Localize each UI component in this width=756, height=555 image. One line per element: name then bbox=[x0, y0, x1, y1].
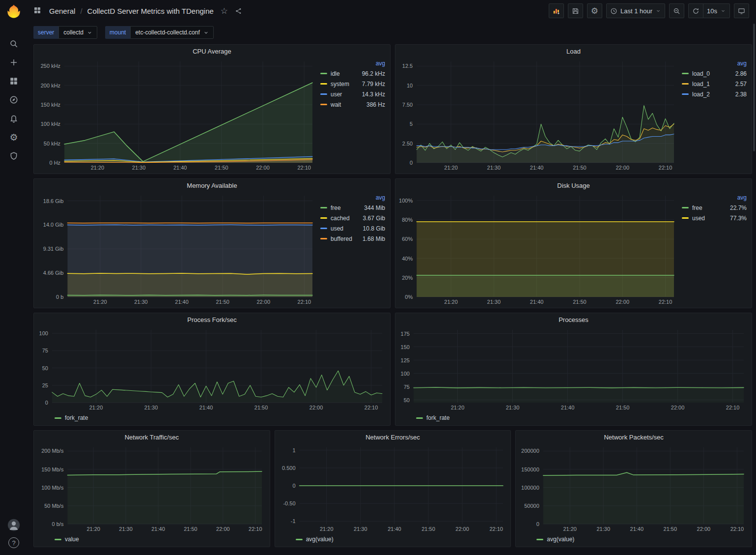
server-admin-shield-icon[interactable] bbox=[3, 148, 25, 164]
svg-text:21:30: 21:30 bbox=[506, 405, 520, 410]
create-plus-icon[interactable] bbox=[3, 55, 25, 70]
legend-item-avg(value)[interactable]: avg(value) bbox=[296, 535, 334, 544]
tv-mode-button[interactable] bbox=[734, 3, 749, 18]
refresh-interval-dropdown[interactable]: 10s bbox=[703, 3, 730, 18]
dashboard-settings-button[interactable]: ⚙ bbox=[587, 3, 602, 18]
series-color-dash bbox=[320, 93, 327, 95]
panel-title[interactable]: Load bbox=[395, 45, 752, 58]
series-name: wait bbox=[331, 101, 341, 108]
legend-item-load_2[interactable]: load_22.38 bbox=[682, 89, 747, 99]
svg-text:0 b: 0 b bbox=[56, 294, 63, 300]
legend-item-avg(value)[interactable]: avg(value) bbox=[536, 535, 574, 544]
load-chart[interactable]: 21:2021:3021:4021:5022:0022:1002.5057.50… bbox=[397, 58, 679, 173]
svg-text:21:30: 21:30 bbox=[134, 299, 148, 305]
search-icon[interactable] bbox=[3, 36, 25, 52]
share-icon[interactable] bbox=[235, 7, 242, 15]
svg-text:21:40: 21:40 bbox=[630, 526, 644, 532]
svg-text:1: 1 bbox=[292, 447, 295, 453]
memory-available-chart[interactable]: 21:2021:3021:4021:5022:0022:100 b4.66 Gi… bbox=[36, 192, 317, 307]
panel-title[interactable]: Network Traffic/sec bbox=[34, 431, 270, 443]
legend-item-free[interactable]: free344 Mib bbox=[320, 203, 385, 213]
legend-item-value[interactable]: value bbox=[55, 535, 79, 544]
legend-item-system[interactable]: system7.79 kHz bbox=[320, 79, 385, 89]
network-traffic-legend: value bbox=[34, 535, 270, 547]
user-avatar[interactable] bbox=[7, 519, 20, 531]
legend-item-wait[interactable]: wait386 Hz bbox=[320, 99, 385, 110]
legend-item-buffered[interactable]: buffered1.68 Mib bbox=[320, 234, 385, 244]
svg-text:22:00: 22:00 bbox=[697, 526, 711, 532]
process-fork-chart[interactable]: 21:2021:3021:4021:5022:0022:100255075100 bbox=[36, 326, 387, 412]
svg-text:21:40: 21:40 bbox=[199, 405, 213, 410]
disk-usage-chart[interactable]: 21:2021:3021:4021:5022:0022:100%20%40%60… bbox=[397, 192, 679, 307]
legend-avg-header[interactable]: avg bbox=[320, 193, 385, 203]
svg-text:21:50: 21:50 bbox=[215, 165, 228, 171]
time-range-picker[interactable]: Last 1 hour bbox=[606, 3, 665, 18]
zoom-out-button[interactable] bbox=[669, 3, 684, 18]
add-panel-button[interactable] bbox=[549, 3, 564, 18]
legend-item-load_0[interactable]: load_02.86 bbox=[682, 68, 747, 79]
svg-text:22:10: 22:10 bbox=[730, 526, 744, 532]
panel-disk-usage: Disk Usage 21:2021:3021:4021:5022:0022:1… bbox=[395, 178, 752, 308]
svg-text:21:40: 21:40 bbox=[175, 299, 189, 305]
network-packets-chart[interactable]: 21:2021:3021:4021:5022:0022:100500001000… bbox=[518, 443, 749, 534]
chevron-down-icon bbox=[720, 8, 726, 14]
save-dashboard-button[interactable] bbox=[568, 3, 583, 18]
refresh-button-group: 10s bbox=[688, 3, 730, 18]
dashboard-title[interactable]: CollectD Server Metrics with TDengine bbox=[87, 7, 214, 15]
variables-submenu: server collectd mount etc-collectd-colle… bbox=[28, 22, 756, 43]
breadcrumb-folder[interactable]: General bbox=[49, 7, 75, 15]
legend-item-free[interactable]: free22.7% bbox=[682, 203, 747, 213]
legend-item-fork_rate[interactable]: fork_rate bbox=[55, 413, 88, 422]
svg-text:60%: 60% bbox=[402, 236, 413, 242]
grafana-logo[interactable] bbox=[6, 4, 22, 20]
series-name: value bbox=[65, 536, 79, 543]
load-legend: avgload_02.86load_12.57load_22.38 bbox=[679, 58, 749, 173]
legend-avg-header[interactable]: avg bbox=[682, 58, 747, 68]
legend-item-used[interactable]: used10.8 Gib bbox=[320, 223, 385, 234]
configuration-gear-icon[interactable]: ⚙ bbox=[3, 129, 25, 145]
series-avg-value: 7.79 kHz bbox=[362, 81, 385, 88]
legend-item-used[interactable]: used77.3% bbox=[682, 213, 747, 223]
explore-compass-icon[interactable] bbox=[3, 92, 25, 108]
legend-item-cached[interactable]: cached3.67 Gib bbox=[320, 213, 385, 223]
panel-title[interactable]: Processes bbox=[395, 313, 752, 326]
svg-text:80%: 80% bbox=[402, 217, 413, 223]
help-icon[interactable]: ? bbox=[8, 537, 19, 548]
svg-text:75: 75 bbox=[42, 348, 48, 353]
refresh-icon-button[interactable] bbox=[688, 3, 703, 18]
variable-value-dropdown[interactable]: etc-collectd-collectd.conf bbox=[130, 26, 213, 39]
legend-item-load_1[interactable]: load_12.57 bbox=[682, 79, 747, 89]
legend-avg-header[interactable]: avg bbox=[682, 193, 747, 203]
svg-text:50 Mb/s: 50 Mb/s bbox=[44, 503, 64, 509]
variable-value: collectd bbox=[63, 29, 84, 36]
alerting-bell-icon[interactable] bbox=[3, 111, 25, 126]
network-errors-legend: avg(value) bbox=[275, 535, 511, 547]
star-icon[interactable]: ☆ bbox=[221, 6, 228, 16]
legend-avg-header[interactable]: avg bbox=[320, 58, 385, 68]
panel-title[interactable]: Disk Usage bbox=[395, 179, 752, 192]
panel-title[interactable]: Process Fork/sec bbox=[34, 313, 390, 326]
variable-value: etc-collectd-collectd.conf bbox=[135, 29, 199, 36]
panel-processes: Processes 21:2021:3021:4021:5022:0022:10… bbox=[395, 313, 752, 426]
svg-text:200000: 200000 bbox=[521, 448, 539, 454]
dashboards-icon[interactable] bbox=[3, 73, 25, 89]
panel-title[interactable]: Network Packets/sec bbox=[516, 431, 752, 443]
variable-value-dropdown[interactable]: collectd bbox=[58, 26, 97, 39]
panel-title[interactable]: Memory Available bbox=[34, 179, 390, 192]
series-avg-value: 2.57 bbox=[735, 81, 747, 88]
cpu-average-chart[interactable]: 21:2021:3021:4021:5022:0022:100 Hz50 kHz… bbox=[36, 58, 317, 173]
svg-text:22:00: 22:00 bbox=[671, 405, 685, 410]
legend-item-fork_rate[interactable]: fork_rate bbox=[416, 413, 449, 422]
processes-chart[interactable]: 21:2021:3021:4021:5022:0022:105075100125… bbox=[397, 326, 749, 412]
variable-label: mount bbox=[105, 26, 130, 39]
panel-title[interactable]: CPU Average bbox=[34, 45, 390, 58]
legend-item-idle[interactable]: idle96.2 kHz bbox=[320, 68, 385, 79]
series-avg-value: 344 Mib bbox=[364, 204, 385, 211]
scrollbar[interactable] bbox=[753, 24, 755, 151]
network-traffic-chart[interactable]: 21:2021:3021:4021:5022:0022:100 b/s50 Mb… bbox=[36, 443, 267, 534]
network-errors-chart[interactable]: 21:2021:3021:4021:5022:0022:10-1-0.5000.… bbox=[277, 443, 508, 534]
legend-item-user[interactable]: user14.3 kHz bbox=[320, 89, 385, 99]
cpu-average-legend: avgidle96.2 kHzsystem7.79 kHzuser14.3 kH… bbox=[317, 58, 387, 173]
clock-icon bbox=[610, 7, 617, 15]
panel-title[interactable]: Network Errors/sec bbox=[275, 431, 511, 443]
